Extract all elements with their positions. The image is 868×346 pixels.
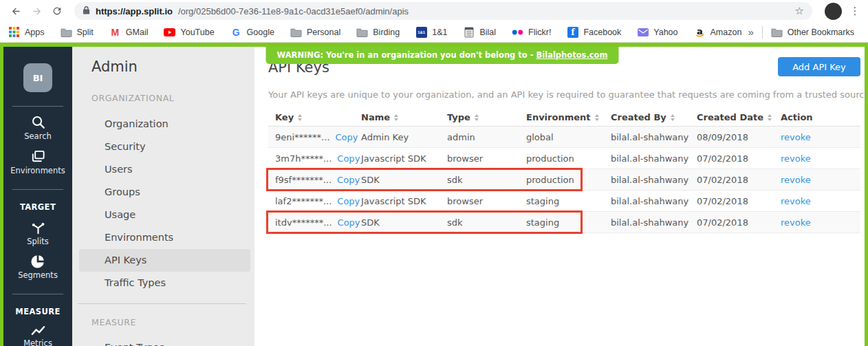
sidebar-item-environments[interactable]: Environments [3, 149, 72, 175]
admin-nav-item-environments[interactable]: Environments [72, 226, 254, 249]
name-cell: SDK [361, 175, 447, 185]
column-header-type[interactable]: Type [447, 112, 526, 122]
bookmark-apps[interactable]: Apps [8, 26, 45, 38]
key-cell: itdv*******...Copy [268, 217, 361, 228]
bookmark-amazon[interactable]: aAmazon [694, 26, 742, 38]
copy-link[interactable]: Copy [337, 175, 360, 185]
browser-menu-icon[interactable]: ⋮ [849, 5, 861, 17]
url-origin: https://app.split.io [96, 6, 173, 17]
revoke-link[interactable]: revoke [781, 153, 811, 164]
column-header-created-date[interactable]: Created Date [697, 112, 781, 122]
table-row: laf2*******...CopyJavascript SDKbrowsers… [268, 191, 860, 212]
browser-profile-avatar[interactable] [825, 3, 842, 20]
other-bookmarks-button[interactable]: Other Bookmarks [771, 26, 854, 38]
action-cell: revoke [781, 153, 860, 164]
created-by-cell: bilal.al-shahwany [611, 196, 697, 206]
revoke-link[interactable]: revoke [781, 217, 811, 228]
bookmark-birding[interactable]: Birding [356, 26, 400, 38]
type-cell: admin [447, 132, 526, 142]
table-body: 9eni******...CopyAdmin Keyadminglobalbil… [268, 127, 860, 233]
sort-arrows-icon[interactable] [595, 114, 599, 121]
table-row: 3m7h*****...CopyJavascript SDKbrowserpro… [268, 148, 860, 169]
sidebar-item-segments[interactable]: Segments [3, 254, 72, 280]
bookmark-bilal[interactable]: Bilal [463, 26, 496, 38]
oneandone-icon: 1&1 [415, 26, 427, 38]
sidebar-section-measure: MEASURE [3, 307, 72, 316]
name-cell: SDK [361, 217, 447, 228]
bookmark-google[interactable]: GGoogle [230, 26, 274, 38]
admin-nav-item-users[interactable]: Users [72, 158, 254, 181]
browser-toolbar: https://app.split.io/org/025b6d00-7e36-1… [0, 0, 868, 22]
admin-nav-item-event-types[interactable]: Event Types [72, 342, 254, 346]
sort-arrows-icon[interactable] [768, 114, 772, 121]
revoke-link[interactable]: revoke [781, 175, 811, 185]
bookmarks-divider [762, 26, 763, 39]
bookmark-flickr[interactable]: Flickr! [512, 26, 551, 38]
bookmark-label: Amazon [710, 28, 742, 37]
column-header-environment[interactable]: Environment [526, 112, 611, 122]
action-cell: revoke [781, 132, 860, 142]
sort-arrows-icon[interactable] [671, 114, 675, 121]
flickr-icon [512, 26, 523, 38]
bookmark-split[interactable]: Split [61, 26, 94, 38]
created-date-cell: 07/02/2018 [697, 217, 781, 228]
action-cell: revoke [781, 196, 860, 206]
copy-link[interactable]: Copy [337, 153, 360, 164]
sidebar-item-splits[interactable]: Splits [3, 219, 72, 246]
bookmark-personal[interactable]: Personal [290, 26, 340, 38]
bookmark-yahoo[interactable]: Yahoo [637, 26, 677, 38]
warning-org-link[interactable]: Bilalphotos.com [536, 50, 608, 60]
yahoo-mail-icon [637, 26, 649, 38]
copy-link[interactable]: Copy [338, 217, 360, 228]
bookmarks-overflow-chevron-icon[interactable]: » [748, 26, 753, 38]
amazon-icon: a [694, 26, 706, 38]
column-header-created-by[interactable]: Created By [611, 112, 697, 122]
revoke-link[interactable]: revoke [781, 196, 811, 206]
admin-nav-item-organization[interactable]: Organization [72, 113, 254, 136]
admin-nav-divider [78, 303, 246, 304]
revoke-link[interactable]: revoke [781, 132, 811, 142]
sidebar-item-search[interactable]: Search [3, 114, 72, 141]
sort-arrows-icon[interactable] [298, 114, 302, 121]
admin-nav-item-traffic-types[interactable]: Traffic Types [72, 272, 254, 294]
column-header-name[interactable]: Name [361, 112, 447, 122]
copy-link[interactable]: Copy [337, 196, 360, 206]
bookmark-1-1[interactable]: 1&11&1 [415, 26, 447, 38]
created-date-cell: 07/02/2018 [697, 196, 781, 206]
sidebar-item-metrics[interactable]: Metrics [3, 324, 72, 346]
column-header-key[interactable]: Key [268, 112, 361, 122]
admin-nav-item-security[interactable]: Security [72, 136, 254, 158]
sidebar-item-label: Metrics [23, 338, 52, 346]
table-row: 9eni******...CopyAdmin Keyadminglobalbil… [268, 127, 860, 148]
environment-cell: production [526, 153, 611, 164]
created-by-cell: bilal.al-shahwany [611, 217, 697, 228]
admin-nav-item-groups[interactable]: Groups [72, 181, 254, 204]
api-key-masked: f9sf*******... [275, 175, 332, 185]
add-api-key-button[interactable]: Add API Key [778, 57, 860, 76]
search-icon [3, 114, 72, 130]
bookmark-label: Split [77, 28, 94, 37]
admin-nav-item-api-keys[interactable]: API Keys [79, 249, 250, 272]
copy-link[interactable]: Copy [336, 132, 358, 142]
bookmark-facebook[interactable]: fFacebook [567, 26, 621, 38]
column-label: Key [275, 112, 294, 122]
back-icon[interactable] [7, 2, 25, 20]
action-cell: revoke [781, 217, 860, 228]
reload-icon[interactable] [48, 2, 66, 20]
bookmark-label: Bilal [479, 28, 496, 37]
admin-nav-item-usage[interactable]: Usage [72, 204, 254, 226]
table-header-row: KeyNameTypeEnvironmentCreated ByCreated … [268, 109, 860, 127]
bookmark-gmail[interactable]: MGMail [109, 26, 149, 38]
gmail-icon: M [109, 26, 121, 38]
bookmark-star-icon[interactable]: ☆ [795, 5, 804, 17]
sidebar-item-label: Splits [27, 237, 49, 246]
sidebar-item-label: Segments [18, 270, 58, 280]
org-avatar[interactable]: BI [23, 63, 52, 92]
key-cell: laf2*******...Copy [268, 196, 361, 206]
url-bar[interactable]: https://app.split.io/org/025b6d00-7e36-1… [74, 2, 812, 20]
bookmark-youtube[interactable]: YouTube [164, 26, 214, 38]
forward-icon[interactable] [28, 2, 45, 20]
sort-arrows-icon[interactable] [394, 114, 398, 121]
environment-cell: production [526, 175, 611, 185]
sort-arrows-icon[interactable] [475, 114, 479, 121]
